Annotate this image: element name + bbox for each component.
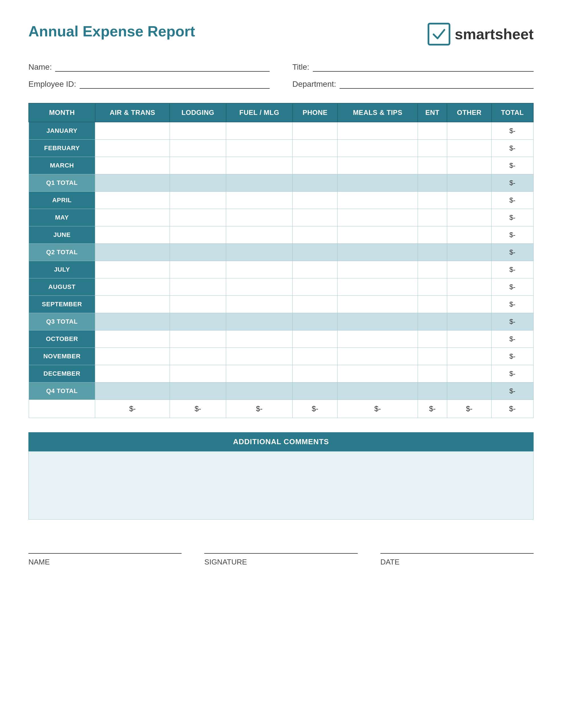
data-cell[interactable] [337, 348, 418, 365]
data-cell[interactable] [337, 313, 418, 330]
data-cell[interactable] [226, 382, 292, 400]
data-cell[interactable] [447, 140, 491, 157]
data-cell[interactable] [226, 226, 292, 244]
data-cell[interactable] [95, 140, 170, 157]
data-cell[interactable] [170, 209, 226, 226]
data-cell[interactable] [292, 330, 337, 348]
data-cell[interactable] [418, 278, 447, 296]
data-cell[interactable] [226, 348, 292, 365]
data-cell[interactable] [95, 330, 170, 348]
data-cell[interactable] [226, 261, 292, 278]
data-cell[interactable] [95, 244, 170, 261]
data-cell[interactable] [170, 244, 226, 261]
data-cell[interactable] [337, 209, 418, 226]
data-cell[interactable] [292, 192, 337, 209]
total-cell[interactable]: $- [491, 244, 533, 261]
data-cell[interactable] [95, 174, 170, 192]
data-cell[interactable] [95, 157, 170, 174]
data-cell[interactable] [170, 261, 226, 278]
data-cell[interactable] [447, 365, 491, 382]
data-cell[interactable] [418, 348, 447, 365]
data-cell[interactable] [292, 296, 337, 313]
total-cell[interactable]: $- [491, 365, 533, 382]
data-cell[interactable] [447, 313, 491, 330]
data-cell[interactable] [226, 330, 292, 348]
data-cell[interactable] [447, 296, 491, 313]
comments-body[interactable] [28, 451, 534, 520]
total-cell[interactable]: $- [491, 157, 533, 174]
department-input-line[interactable] [339, 80, 534, 89]
data-cell[interactable] [337, 192, 418, 209]
data-cell[interactable] [447, 261, 491, 278]
data-cell[interactable] [95, 226, 170, 244]
data-cell[interactable] [226, 209, 292, 226]
total-cell[interactable]: $- [491, 122, 533, 140]
data-cell[interactable] [226, 278, 292, 296]
data-cell[interactable] [292, 261, 337, 278]
data-cell[interactable] [337, 174, 418, 192]
data-cell[interactable] [292, 244, 337, 261]
data-cell[interactable] [170, 296, 226, 313]
data-cell[interactable] [292, 140, 337, 157]
total-cell[interactable]: $- [491, 192, 533, 209]
data-cell[interactable] [447, 174, 491, 192]
data-cell[interactable] [337, 330, 418, 348]
data-cell[interactable] [170, 226, 226, 244]
total-cell[interactable]: $- [491, 382, 533, 400]
data-cell[interactable] [170, 313, 226, 330]
data-cell[interactable] [292, 313, 337, 330]
data-cell[interactable] [226, 157, 292, 174]
data-cell[interactable] [447, 244, 491, 261]
data-cell[interactable] [418, 296, 447, 313]
data-cell[interactable] [418, 122, 447, 140]
data-cell[interactable] [418, 330, 447, 348]
data-cell[interactable] [418, 174, 447, 192]
data-cell[interactable] [170, 157, 226, 174]
total-cell[interactable]: $- [491, 261, 533, 278]
data-cell[interactable] [418, 209, 447, 226]
total-cell[interactable]: $- [491, 174, 533, 192]
total-cell[interactable]: $- [491, 313, 533, 330]
data-cell[interactable] [418, 157, 447, 174]
data-cell[interactable] [418, 382, 447, 400]
data-cell[interactable] [226, 365, 292, 382]
employee-id-input-line[interactable] [80, 80, 270, 89]
data-cell[interactable] [292, 209, 337, 226]
total-cell[interactable]: $- [491, 140, 533, 157]
data-cell[interactable] [95, 348, 170, 365]
data-cell[interactable] [418, 226, 447, 244]
data-cell[interactable] [447, 278, 491, 296]
data-cell[interactable] [292, 365, 337, 382]
data-cell[interactable] [337, 278, 418, 296]
data-cell[interactable] [447, 330, 491, 348]
data-cell[interactable] [226, 296, 292, 313]
data-cell[interactable] [292, 157, 337, 174]
total-cell[interactable]: $- [491, 348, 533, 365]
name-input-line[interactable] [55, 63, 270, 72]
data-cell[interactable] [226, 122, 292, 140]
total-cell[interactable]: $- [491, 296, 533, 313]
data-cell[interactable] [170, 365, 226, 382]
total-cell[interactable]: $- [491, 226, 533, 244]
sig-signature-line[interactable] [204, 542, 357, 554]
data-cell[interactable] [95, 365, 170, 382]
data-cell[interactable] [337, 226, 418, 244]
data-cell[interactable] [292, 122, 337, 140]
data-cell[interactable] [170, 174, 226, 192]
data-cell[interactable] [447, 226, 491, 244]
data-cell[interactable] [292, 382, 337, 400]
data-cell[interactable] [170, 278, 226, 296]
data-cell[interactable] [226, 313, 292, 330]
data-cell[interactable] [418, 261, 447, 278]
data-cell[interactable] [95, 313, 170, 330]
data-cell[interactable] [418, 244, 447, 261]
data-cell[interactable] [337, 244, 418, 261]
data-cell[interactable] [337, 261, 418, 278]
total-cell[interactable]: $- [491, 278, 533, 296]
data-cell[interactable] [95, 261, 170, 278]
data-cell[interactable] [337, 382, 418, 400]
data-cell[interactable] [95, 382, 170, 400]
data-cell[interactable] [226, 244, 292, 261]
data-cell[interactable] [418, 313, 447, 330]
data-cell[interactable] [418, 140, 447, 157]
